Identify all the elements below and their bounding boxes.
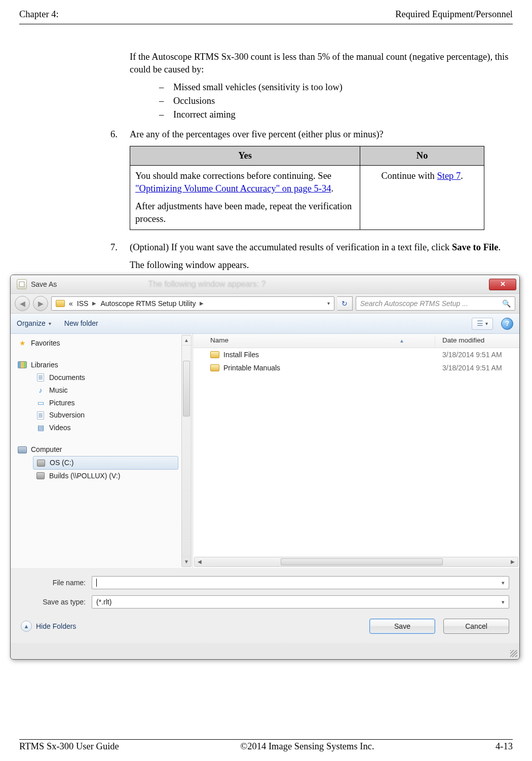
crumb-prefix: « [69,299,73,309]
scroll-left-arrow[interactable]: ◀ [195,558,205,565]
tree-computer[interactable]: Computer [11,443,193,456]
organize-button[interactable]: Organize ▾ [17,319,51,328]
view-icon: ☰ [477,319,483,328]
save-fields: File name: ▾ Save as type: (*.rlt) ▾ [11,568,519,614]
new-folder-label: New folder [64,319,98,328]
resize-grip[interactable] [510,650,517,657]
yes-text-a: You should make corrections before conti… [135,171,331,181]
step-number: 7. [110,241,130,254]
tree-os-c[interactable]: OS (C:) [33,456,178,470]
file-list[interactable]: Name ▲ Date modified Install Files 3/18/… [193,334,519,568]
horizontal-scrollbar[interactable]: ◀ ▶ [194,557,518,567]
cell-no: Continue with Step 7. [360,165,484,230]
page-footer: RTMS Sx-300 User Guide ©2014 Image Sensi… [19,740,513,753]
help-button[interactable]: ? [501,318,513,330]
search-input[interactable]: Search Autoscope RTMS Setup ... 🔍 [356,296,515,311]
folder-icon [210,364,219,371]
view-button[interactable]: ☰ ▾ [472,318,493,330]
filename-label: File name: [21,578,92,588]
filetype-field[interactable]: (*.rlt) ▾ [92,595,509,608]
cause-item: Missed small vehicles (sensitivity is to… [159,81,513,94]
decision-table: Yes No You should make corrections befor… [130,146,484,230]
nav-forward-button[interactable]: ▶ [33,296,48,311]
tree-pictures[interactable]: ▭Pictures [11,397,193,409]
save-to-file-label: Save to File [452,242,498,252]
organize-label: Organize [17,319,46,328]
refresh-button[interactable]: ↻ [337,296,353,311]
chevron-up-icon: ▲ [21,621,32,632]
scroll-up-arrow[interactable]: ▲ [182,335,191,346]
tree-builds[interactable]: Builds (\\POLLUX) (V:) [11,470,193,482]
step-body: (Optional) If you want save the accumula… [130,241,513,272]
hide-folders-label: Hide Folders [36,622,76,631]
crumb-iss[interactable]: ISS [77,299,89,309]
scroll-thumb[interactable] [183,361,190,416]
footer-rule [19,739,513,740]
cause-item: Incorrect aiming [159,108,513,121]
save-as-dialog: Save As The following window appears: ? … [10,275,520,660]
list-item[interactable]: Install Files 3/18/2014 9:51 AM [193,348,519,361]
music-icon: ♪ [36,386,45,394]
folder-icon [56,300,65,307]
document-icon [37,373,44,382]
page-header: Chapter 4: Required Equipment/Personnel [19,8,513,21]
address-bar: ◀ ▶ « ISS ▶ Autoscope RTMS Setup Utility… [11,293,519,314]
step7-c: . [498,242,501,252]
tree-favorites[interactable]: ★ Favorites [11,337,193,350]
nav-back-button[interactable]: ◀ [15,296,30,311]
search-icon: 🔍 [502,299,511,309]
scroll-thumb[interactable] [281,558,443,565]
star-icon: ★ [18,339,27,347]
optimizing-link[interactable]: "Optimizing Volume Count Accuracy" on pa… [135,183,331,194]
tree-videos[interactable]: ▤Videos [11,422,193,434]
computer-label: Computer [31,445,62,454]
footer-right: 4-13 [496,740,513,753]
scroll-down-arrow[interactable]: ▼ [182,556,191,566]
yes-text-b: . [331,183,333,194]
no-text-b: . [461,171,463,181]
th-no: No [360,146,484,165]
nav-tree[interactable]: ★ Favorites Libraries Documents ♪Music ▭… [11,334,193,568]
network-drive-icon [36,472,45,479]
tree-subversion[interactable]: Subversion [11,409,193,422]
tree-scrollbar[interactable]: ▲ ▼ [181,335,192,567]
no-text-a: Continue with [381,171,437,181]
step7-link[interactable]: Step 7 [437,171,461,181]
chevron-down-icon: ▾ [49,320,51,327]
save-as-dialog-region: Save As The following window appears: ? … [10,275,520,660]
tree-documents[interactable]: Documents [11,371,193,384]
pictures-icon: ▭ [36,399,45,407]
new-folder-button[interactable]: New folder [64,319,98,328]
step-7: 7. (Optional) If you want save the accum… [110,241,513,272]
cancel-button[interactable]: Cancel [443,619,509,634]
step-number: 6. [110,128,130,141]
crumb-utility[interactable]: Autoscope RTMS Setup Utility [100,299,196,309]
save-button[interactable]: Save [369,619,435,634]
text-cursor [96,579,97,587]
list-header[interactable]: Name ▲ Date modified [193,334,519,348]
list-item[interactable]: Printable Manuals 3/18/2014 9:51 AM [193,361,519,374]
close-button[interactable]: ✕ [489,279,516,290]
window-title: Save As [31,280,57,289]
tree-libraries[interactable]: Libraries [11,359,193,371]
filetype-value: (*.rlt) [96,597,111,607]
header-left: Chapter 4: [19,8,59,21]
yes-p2: After adjustments have been made, repeat… [135,200,355,225]
chevron-down-icon[interactable]: ▾ [502,579,505,587]
scroll-right-arrow[interactable]: ▶ [508,558,518,565]
computer-icon [18,446,27,453]
col-date[interactable]: Date modified [435,336,519,345]
chevron-down-icon[interactable]: ▾ [327,300,330,307]
col-name[interactable]: Name ▲ [193,336,435,345]
svg-rect-0 [19,282,24,287]
tree-music[interactable]: ♪Music [11,384,193,397]
videos-icon: ▤ [36,424,45,432]
hide-folders-button[interactable]: ▲ Hide Folders [21,621,76,632]
titlebar[interactable]: Save As The following window appears: ? … [11,275,519,293]
chevron-down-icon[interactable]: ▾ [502,598,505,606]
breadcrumb[interactable]: « ISS ▶ Autoscope RTMS Setup Utility ▶ ▾ [51,296,334,311]
th-yes: Yes [130,146,360,165]
step-body: Are any of the percentages over five per… [130,128,513,237]
filename-field[interactable]: ▾ [92,576,509,589]
libraries-icon [18,361,27,368]
